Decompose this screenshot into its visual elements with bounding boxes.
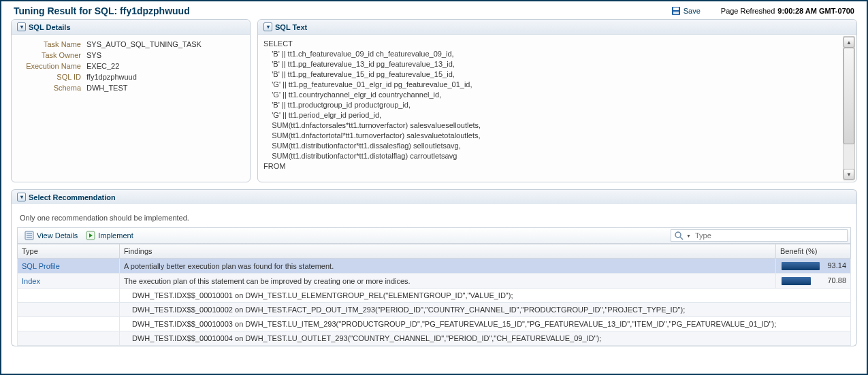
view-details-label: View Details — [37, 231, 78, 240]
implement-button[interactable]: Implement — [82, 229, 137, 242]
recommendation-toolbar: View Details Implement — [17, 227, 851, 244]
implement-icon — [86, 231, 95, 240]
view-details-icon — [25, 231, 34, 240]
value-sql-id: ffy1dpzphwuud — [86, 73, 242, 81]
select-recommendation-title: Select Recommendation — [29, 193, 116, 201]
svg-rect-1 — [673, 7, 679, 10]
sql-text-panel: ▾ SQL Text SELECT 'B' || tt1.ch_featurev… — [257, 19, 857, 182]
chevron-down-icon[interactable]: ▼ — [686, 233, 691, 238]
svg-point-9 — [675, 232, 681, 238]
index-detail: DWH_TEST.IDX$$_00010003 on DWH_TEST.LU_I… — [124, 320, 846, 328]
sql-details-panel: ▾ SQL Details Task Name SYS_AUTO_SQL_TUN… — [11, 19, 251, 182]
sql-text-title: SQL Text — [275, 23, 307, 31]
index-detail: DWH_TEST.IDX$$_00010002 on DWH_TEST.FACT… — [124, 306, 846, 314]
index-detail: DWH_TEST.IDX$$_00010001 on DWH_TEST.LU_E… — [124, 291, 846, 299]
table-row[interactable]: SQL Profile A potentially better executi… — [18, 259, 851, 274]
benefit-value: 93.14 — [827, 261, 846, 270]
benefit-bar — [782, 262, 822, 270]
scrollbar[interactable]: ▲ ▼ — [843, 36, 855, 180]
benefit-value: 70.88 — [827, 276, 846, 284]
col-type[interactable]: Type — [18, 244, 120, 259]
sql-text-content: SELECT 'B' || tt1.ch_featurevalue_09_id … — [258, 35, 856, 182]
recommendation-table: Type Findings Benefit (%) SQL Profile A … — [17, 244, 851, 346]
recommendation-note: Only one recommendation should be implem… — [20, 214, 848, 222]
index-detail: DWH_TEST.IDX$$_00010004 on DWH_TEST.LU_O… — [124, 334, 846, 342]
label-task-name: Task Name — [20, 40, 81, 48]
table-row[interactable]: Index The execution plan of this stateme… — [18, 274, 851, 289]
scroll-thumb[interactable] — [843, 48, 854, 144]
save-label: Save — [684, 7, 701, 15]
svg-rect-2 — [673, 12, 679, 14]
search-box[interactable]: ▼ — [671, 229, 848, 242]
table-row: DWH_TEST.IDX$$_00010002 on DWH_TEST.FACT… — [18, 303, 851, 317]
collapse-icon[interactable]: ▾ — [17, 193, 26, 201]
label-sql-id: SQL ID — [20, 73, 81, 81]
table-row: DWH_TEST.IDX$$_00010001 on DWH_TEST.LU_E… — [18, 289, 851, 303]
search-input[interactable] — [694, 231, 844, 240]
table-row: DWH_TEST.IDX$$_00010003 on DWH_TEST.LU_I… — [18, 317, 851, 331]
collapse-icon[interactable]: ▾ — [263, 22, 272, 31]
col-findings[interactable]: Findings — [120, 244, 776, 259]
collapse-icon[interactable]: ▾ — [17, 22, 26, 31]
benefit-bar — [782, 277, 822, 285]
value-task-owner: SYS — [86, 51, 242, 59]
implement-label: Implement — [98, 231, 133, 240]
table-row: DWH_TEST.IDX$$_00010004 on DWH_TEST.LU_O… — [18, 331, 851, 346]
svg-line-10 — [680, 237, 683, 240]
save-icon — [671, 6, 681, 16]
page-refreshed-time: 9:00:28 AM GMT-0700 — [777, 7, 854, 15]
scroll-up-icon[interactable]: ▲ — [843, 37, 854, 48]
sql-details-title: SQL Details — [29, 23, 71, 31]
scroll-down-icon[interactable]: ▼ — [843, 169, 854, 180]
rec-type-link[interactable]: SQL Profile — [22, 262, 60, 270]
rec-findings: A potentially better execution plan was … — [120, 259, 776, 274]
save-button[interactable]: Save — [671, 6, 701, 16]
view-details-button[interactable]: View Details — [20, 229, 82, 242]
rec-findings: The execution plan of this statement can… — [120, 274, 776, 289]
value-schema: DWH_TEST — [86, 84, 242, 92]
rec-type-link[interactable]: Index — [22, 277, 40, 285]
label-execution-name: Execution Name — [20, 62, 81, 70]
col-benefit[interactable]: Benefit (%) — [776, 244, 851, 259]
search-icon — [674, 231, 684, 240]
page-refreshed-label: Page Refreshed — [721, 7, 775, 15]
label-task-owner: Task Owner — [20, 51, 81, 59]
page-title: Tuning Result for SQL: ffy1dpzphwuud — [14, 5, 671, 16]
value-task-name: SYS_AUTO_SQL_TUNING_TASK — [86, 40, 242, 48]
label-schema: Schema — [20, 84, 81, 92]
value-execution-name: EXEC_22 — [86, 62, 242, 70]
